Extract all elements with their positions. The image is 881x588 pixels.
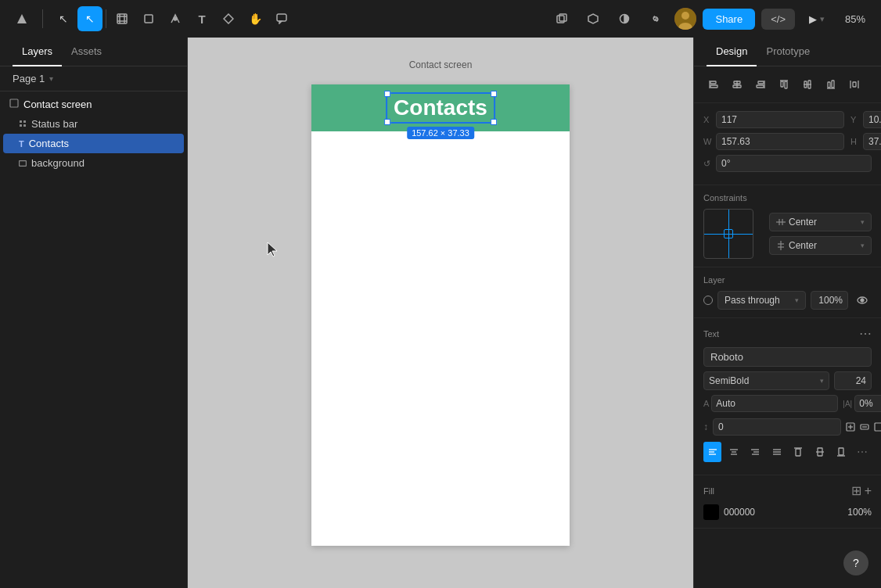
svg-rect-18 — [23, 124, 26, 127]
page-selector[interactable]: Page 1 ▾ — [0, 66, 187, 91]
code-button[interactable]: </> — [761, 9, 795, 30]
share-button[interactable]: Share — [703, 9, 755, 30]
text-resize-width[interactable] — [860, 417, 869, 437]
canvas-frame[interactable]: Contacts 157.62 × 37.33 — [311, 84, 570, 546]
paragraph-spacing-input[interactable] — [713, 418, 841, 436]
main-layout: Layers Assets Page 1 ▾ Contact screen — [0, 38, 881, 588]
text-valign-middle[interactable] — [811, 442, 829, 462]
x-input[interactable] — [716, 111, 844, 128]
tab-assets[interactable]: Assets — [62, 38, 111, 66]
layer-item-background[interactable]: background — [3, 153, 184, 173]
blend-mode-select[interactable]: Pass through ▾ — [717, 291, 806, 310]
menu-button[interactable] — [9, 6, 34, 31]
font-family-row[interactable]: Roboto — [703, 347, 872, 367]
hand-tool-button[interactable]: ✋ — [243, 6, 268, 31]
align-center-h-button[interactable] — [727, 74, 747, 95]
vertical-constraint-select[interactable]: Center ▾ — [769, 236, 872, 255]
svg-rect-17 — [20, 124, 22, 127]
distribute-button[interactable] — [844, 74, 865, 95]
page-name: Page 1 — [13, 73, 45, 84]
x-label: X — [703, 115, 713, 124]
move-tool-button[interactable]: ↖ — [77, 6, 102, 31]
font-family-label: Roboto — [710, 351, 743, 363]
frame-tool-button[interactable] — [110, 6, 135, 31]
layer-item-status-bar[interactable]: Status bar — [3, 114, 184, 134]
component-icon — [19, 119, 27, 130]
font-weight-label: SemiBold — [709, 375, 749, 386]
text-valign-bottom[interactable] — [832, 442, 850, 462]
component-tool-button[interactable] — [216, 6, 241, 31]
text-valign-top[interactable] — [789, 442, 807, 462]
align-middle-button[interactable] — [797, 74, 818, 95]
text-resize-height[interactable] — [874, 417, 881, 437]
tab-prototype[interactable]: Prototype — [757, 38, 819, 66]
fill-header-actions: ⊞ + — [851, 483, 872, 498]
blend-mode-arrow: ▾ — [795, 296, 799, 304]
resize-handle-br[interactable] — [491, 119, 497, 125]
letter-spacing-input[interactable] — [854, 395, 881, 412]
resize-handle-tl[interactable] — [384, 91, 390, 97]
text-align-right[interactable] — [746, 442, 764, 462]
font-size-input[interactable] — [834, 371, 872, 390]
text-align-left[interactable] — [703, 442, 721, 462]
layer-item-contacts[interactable]: T Contacts — [3, 134, 184, 153]
fill-row: 000000 100% — [703, 504, 872, 520]
font-weight-arrow: ▾ — [820, 377, 824, 385]
fill-grid-button[interactable]: ⊞ — [851, 483, 861, 498]
svg-rect-14 — [10, 99, 18, 107]
align-right-button[interactable] — [750, 74, 771, 95]
w-input[interactable] — [716, 133, 844, 150]
visibility-toggle[interactable] — [853, 291, 872, 310]
fill-title: Fill — [703, 486, 714, 496]
font-weight-select[interactable]: SemiBold ▾ — [703, 371, 829, 390]
svg-rect-31 — [785, 81, 787, 88]
right-panel-tabs: Design Prototype — [694, 38, 881, 66]
constraints-dot — [724, 229, 733, 238]
svg-rect-0 — [117, 14, 127, 23]
horizontal-constraint-select[interactable]: Center ▾ — [769, 213, 872, 231]
h-input[interactable] — [863, 133, 881, 150]
canvas-frame-label: Contact screen — [409, 59, 473, 70]
link-button[interactable] — [643, 6, 668, 31]
mask-tool-button[interactable] — [549, 6, 574, 31]
text-tool-button[interactable]: T — [189, 6, 214, 31]
y-input[interactable] — [863, 111, 881, 128]
zoom-level[interactable]: 85% — [839, 9, 872, 30]
comment-tool-button[interactable] — [269, 6, 294, 31]
h-constraint-arrow: ▾ — [861, 218, 865, 226]
play-button[interactable]: ▶ ▾ — [801, 9, 832, 30]
resize-handle-tr[interactable] — [491, 91, 497, 97]
tab-layers[interactable]: Layers — [13, 38, 62, 66]
v-constraint-label: Center — [789, 240, 861, 251]
tab-design[interactable]: Design — [707, 38, 757, 66]
text-options-button[interactable]: ⋯ — [859, 326, 872, 341]
fill-add-button[interactable]: + — [865, 483, 872, 498]
layer-row: Pass through ▾ — [703, 291, 872, 310]
opacity-input[interactable] — [811, 291, 848, 310]
align-top-button[interactable] — [774, 74, 794, 95]
text-more-options[interactable]: ⋯ — [854, 442, 872, 462]
text-align-justify[interactable] — [768, 442, 786, 462]
shape-tool-button[interactable] — [136, 6, 161, 31]
resize-handle-bl[interactable] — [384, 119, 390, 125]
help-button[interactable]: ? — [843, 550, 868, 575]
text-align-center[interactable] — [725, 442, 743, 462]
line-height-input[interactable] — [711, 395, 838, 412]
text-resize-auto[interactable] — [846, 417, 855, 437]
pen-tool-button[interactable] — [163, 6, 188, 31]
align-bottom-button[interactable] — [821, 74, 841, 95]
y-field: Y — [850, 111, 881, 128]
rotation-input[interactable] — [716, 155, 872, 172]
canvas-area[interactable]: Contact screen Contacts 157.62 × 37.33 — [188, 38, 693, 588]
user-avatar[interactable] — [674, 8, 696, 30]
layer-item-contact-screen[interactable]: Contact screen — [3, 95, 184, 114]
align-left-button[interactable] — [703, 74, 724, 95]
contrast-button[interactable] — [612, 6, 637, 31]
svg-rect-19 — [20, 160, 27, 166]
select-tool-button[interactable]: ↖ — [51, 6, 76, 31]
h-label: H — [850, 137, 860, 146]
fill-color-swatch[interactable] — [703, 504, 719, 520]
component-set-button[interactable] — [581, 6, 606, 31]
layer-label-background: background — [31, 157, 85, 169]
selected-text-element[interactable]: Contacts 157.62 × 37.33 — [386, 92, 495, 124]
